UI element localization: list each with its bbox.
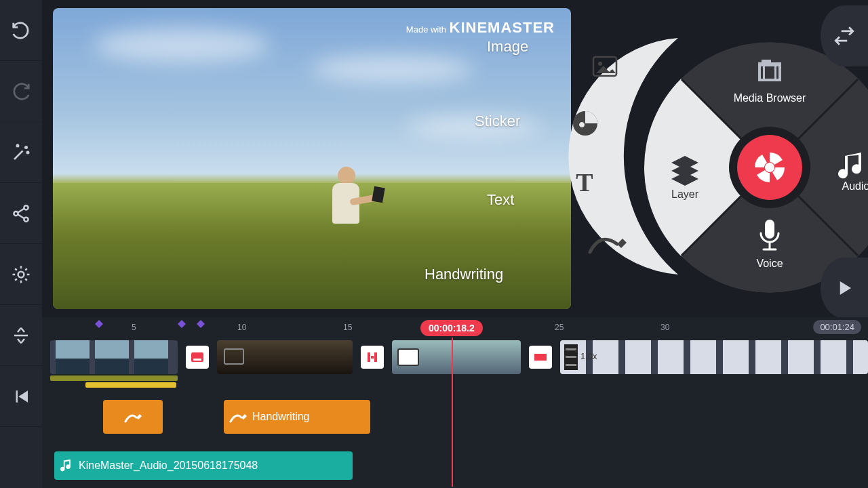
svg-point-1 — [27, 151, 29, 153]
transition-clip[interactable] — [361, 346, 384, 369]
svg-rect-30 — [534, 354, 547, 361]
audio-clip[interactable]: KineMaster_Audio_20150618175048 — [54, 451, 353, 480]
svg-point-24 — [765, 163, 774, 172]
label-handwriting: Handwriting — [425, 266, 503, 283]
svg-text:Layer: Layer — [671, 188, 699, 200]
share-button[interactable] — [0, 183, 42, 244]
total-duration: 00:01:24 — [813, 320, 861, 334]
svg-rect-29 — [371, 356, 374, 359]
bookmark-marker[interactable] — [197, 320, 205, 328]
video-clip[interactable] — [217, 340, 353, 374]
svg-text:Media Browser: Media Browser — [734, 92, 806, 104]
watermark: Made with KINEMASTER — [406, 19, 555, 37]
play-button[interactable] — [821, 258, 868, 319]
label-image: Image — [487, 38, 528, 56]
transition-clip[interactable] — [186, 346, 209, 369]
redo-button[interactable] — [0, 61, 42, 122]
svg-text:Voice: Voice — [756, 258, 783, 269]
action-wheel: Media Browser Layer Audio Voice — [644, 42, 868, 293]
left-toolbar — [0, 0, 42, 488]
bookmark-marker[interactable] — [95, 320, 103, 328]
transition-clip[interactable] — [529, 346, 552, 369]
video-clip[interactable] — [50, 340, 178, 374]
video-clip[interactable] — [392, 340, 521, 374]
label-text: Text — [487, 191, 514, 209]
svg-rect-27 — [368, 352, 370, 362]
handwriting-clip[interactable]: Handwriting — [224, 400, 370, 434]
svg-text:Audio: Audio — [842, 180, 868, 192]
expand-timeline-button[interactable] — [0, 305, 42, 366]
svg-point-0 — [25, 146, 27, 148]
svg-point-8 — [598, 62, 602, 66]
handwriting-clip[interactable] — [103, 400, 163, 434]
svg-point-2 — [17, 144, 19, 146]
preview-pane[interactable]: Made with KINEMASTER Image Sticker Text … — [53, 8, 571, 309]
layer-text-button[interactable]: T — [576, 168, 593, 197]
bookmark-marker[interactable] — [178, 320, 186, 328]
svg-rect-17 — [774, 66, 776, 79]
timeline: 5 10 15 20 25 30 00:00:18.2 00:01:24 — [42, 317, 868, 488]
svg-rect-26 — [193, 359, 201, 361]
svg-rect-28 — [374, 352, 377, 362]
playhead[interactable]: 00:00:18.2 — [420, 320, 483, 336]
export-button[interactable] — [821, 5, 868, 66]
settings-button[interactable] — [0, 244, 42, 305]
layer-sticker-button[interactable] — [573, 111, 597, 136]
label-sticker: Sticker — [475, 113, 520, 130]
effects-button[interactable] — [0, 122, 42, 183]
svg-text:T: T — [576, 168, 593, 197]
svg-point-6 — [18, 271, 24, 277]
svg-rect-21 — [765, 220, 774, 239]
undo-button[interactable] — [0, 0, 42, 61]
svg-rect-16 — [763, 66, 765, 79]
jump-start-button[interactable] — [0, 366, 42, 427]
video-clip[interactable]: 1.0x — [560, 340, 868, 374]
